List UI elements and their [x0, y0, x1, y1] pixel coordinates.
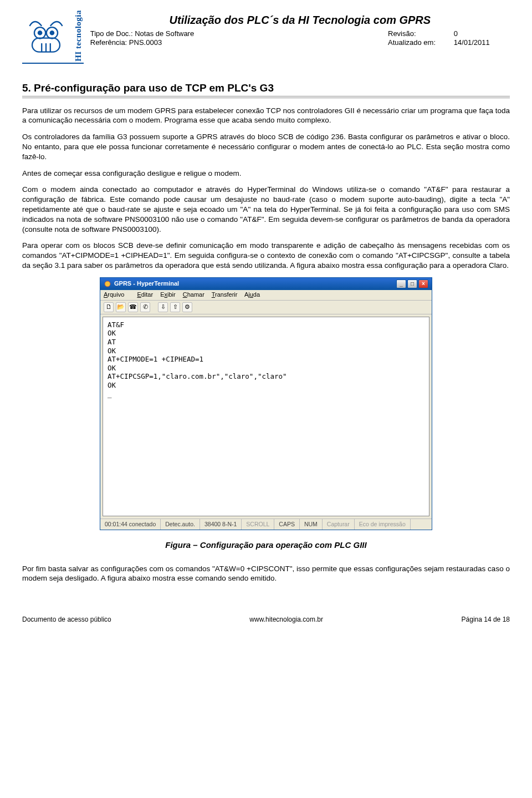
- menu-transferir[interactable]: Transferir: [212, 291, 238, 298]
- atual-label: Atualizado em:: [388, 38, 452, 47]
- svg-point-3: [38, 32, 42, 35]
- figure-caption: Figura – Configuração para operação com …: [22, 540, 510, 551]
- footer-right: Página 14 de 18: [462, 616, 510, 624]
- footer-center: www.hitecnologia.com.br: [249, 616, 323, 624]
- toolbar-open-icon[interactable]: 📂: [116, 302, 126, 312]
- document-title: Utilização dos PLC´s da HI Tecnologia co…: [90, 13, 510, 27]
- paragraph-2: Os controladores da família G3 possuem s…: [22, 132, 510, 161]
- status-num: NUM: [300, 519, 323, 530]
- status-time: 00:01:44 conectado: [100, 519, 161, 530]
- menubar[interactable]: Arquivo Editar Exibir Chamar Transferir …: [100, 290, 432, 301]
- section-heading: 5. Pré-configuração para uso de TCP em P…: [22, 82, 510, 95]
- status-capture: Capturar: [323, 519, 355, 530]
- rev-label: Revisão:: [388, 29, 452, 38]
- svg-point-8: [105, 281, 110, 287]
- minimize-button[interactable]: _: [396, 279, 406, 288]
- toolbar-hangup-icon[interactable]: ✆: [140, 302, 150, 312]
- window-title: GPRS - HyperTerminal: [114, 280, 179, 288]
- toolbar-send-icon[interactable]: ⇩: [158, 302, 168, 312]
- window-titlebar[interactable]: GPRS - HyperTerminal _ □ ×: [100, 278, 432, 290]
- statusbar: 00:01:44 conectado Detec.auto. 38400 8-N…: [100, 519, 432, 530]
- app-icon: [104, 280, 111, 288]
- tipo-value: Notas de Software: [135, 29, 194, 38]
- status-link: 38400 8-N-1: [200, 519, 242, 530]
- toolbar-new-icon[interactable]: 🗋: [104, 302, 114, 312]
- rev-value: 0: [454, 29, 458, 38]
- atual-value: 14/01/2011: [454, 38, 490, 47]
- brand-logo-block: HI tecnologia: [22, 10, 84, 64]
- footer-left: Documento de acesso público: [22, 616, 111, 624]
- toolbar-props-icon[interactable]: ⚙: [182, 302, 192, 312]
- ref-label: Referência:: [90, 38, 127, 47]
- maximize-button[interactable]: □: [407, 279, 417, 288]
- paragraph-1: Para utilizar os recursos de um modem GP…: [22, 106, 510, 126]
- status-caps: CAPS: [274, 519, 300, 530]
- status-detect: Detec.auto.: [161, 519, 200, 530]
- terminal-output[interactable]: AT&F OK AT OK AT+CIPMODE=1 +CIPHEAD=1 OK…: [103, 317, 429, 516]
- owl-logo-icon: [22, 14, 70, 57]
- hyperterminal-window: GPRS - HyperTerminal _ □ × Arquivo Edita…: [100, 277, 432, 530]
- menu-editar[interactable]: Editar: [137, 291, 153, 298]
- toolbar-receive-icon[interactable]: ⇧: [170, 302, 180, 312]
- paragraph-6: Por fim basta salvar as configurações co…: [22, 564, 510, 584]
- tipo-label: Tipo de Doc.:: [90, 29, 133, 38]
- paragraph-3: Antes de começar essa configuração desli…: [22, 169, 510, 179]
- ref-value: PNS.0003: [129, 38, 162, 47]
- menu-arquivo[interactable]: Arquivo: [104, 291, 130, 298]
- paragraph-5: Para operar com os blocos SCB deve-se de…: [22, 241, 510, 270]
- toolbar-call-icon[interactable]: ☎: [128, 302, 138, 312]
- status-scroll: SCROLL: [242, 519, 274, 530]
- menu-chamar[interactable]: Chamar: [183, 291, 204, 298]
- paragraph-4: Com o modem ainda conectado ao computado…: [22, 185, 510, 234]
- document-header: HI tecnologia Utilização dos PLC´s da HI…: [22, 10, 510, 64]
- toolbar: 🗋 📂 ☎ ✆ ⇩ ⇧ ⚙: [100, 301, 432, 314]
- menu-exibir[interactable]: Exibir: [160, 291, 176, 298]
- svg-point-4: [50, 32, 54, 35]
- brand-vertical-text: HI tecnologia: [73, 10, 84, 62]
- close-button[interactable]: ×: [418, 279, 428, 288]
- page-footer: Documento de acesso público www.hitecnol…: [22, 616, 510, 624]
- section-divider: [22, 96, 510, 98]
- header-text-block: Utilização dos PLC´s da HI Tecnologia co…: [90, 10, 510, 64]
- status-echo: Eco de impressão: [355, 519, 411, 530]
- menu-ajuda[interactable]: Ajuda: [244, 291, 260, 298]
